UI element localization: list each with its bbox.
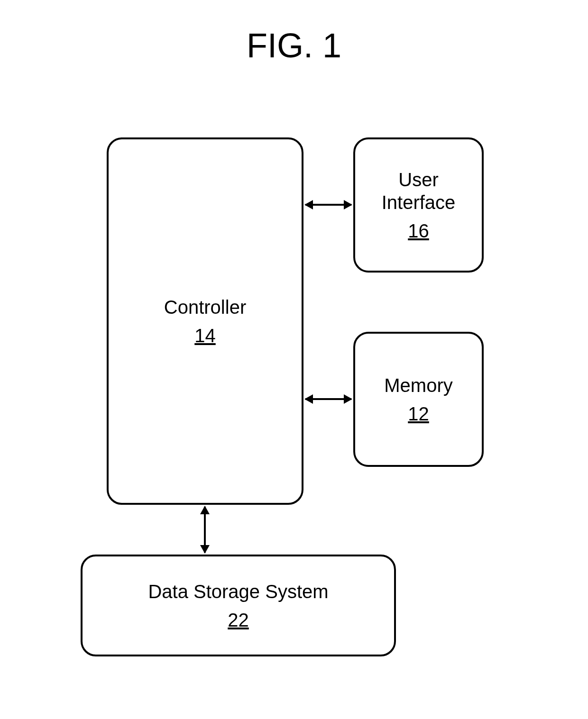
arrow-controller-memory <box>305 398 351 400</box>
memory-label: Memory <box>384 374 452 397</box>
data-storage-label: Data Storage System <box>148 580 328 603</box>
controller-block: Controller 14 <box>107 137 303 505</box>
arrow-controller-userinterface <box>305 204 351 206</box>
data-storage-ref: 22 <box>228 610 249 631</box>
arrow-controller-datastorage <box>204 507 206 553</box>
user-interface-block: User Interface 16 <box>353 137 484 273</box>
diagram-canvas: FIG. 1 Controller 14 User Interface 16 M… <box>0 0 588 719</box>
memory-block: Memory 12 <box>353 332 484 467</box>
controller-ref: 14 <box>194 325 216 346</box>
memory-ref: 12 <box>408 403 429 425</box>
user-interface-label-line1: User <box>398 168 438 191</box>
data-storage-block: Data Storage System 22 <box>81 555 396 656</box>
user-interface-label-line2: Interface <box>382 191 456 214</box>
figure-title: FIG. 1 <box>0 26 588 65</box>
controller-label: Controller <box>164 296 246 319</box>
user-interface-ref: 16 <box>408 220 429 242</box>
